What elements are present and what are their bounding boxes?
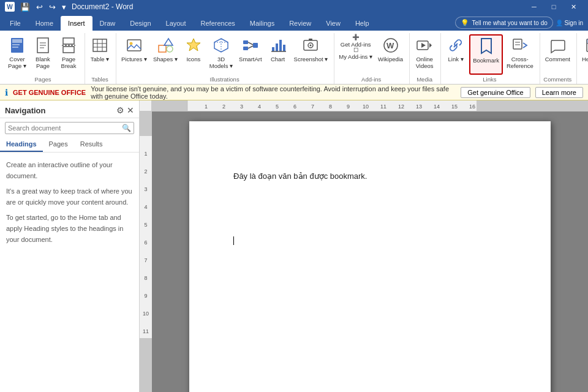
- nav-tab-headings[interactable]: Headings: [0, 138, 43, 152]
- wikipedia-icon: W: [381, 36, 401, 55]
- screenshot-button[interactable]: Screenshot ▾: [292, 34, 331, 75]
- redo-icon[interactable]: ↪: [47, 2, 58, 12]
- nav-search-icon[interactable]: 🔍: [122, 124, 131, 132]
- tab-review[interactable]: Review: [282, 16, 318, 31]
- svg-line-28: [248, 42, 253, 45]
- sign-in-button[interactable]: 👤 Sign in: [556, 20, 583, 26]
- header-label: Header ▾: [582, 56, 588, 62]
- header-button[interactable]: Header ▾: [579, 34, 588, 75]
- smartart-icon: [241, 36, 260, 55]
- tab-insert[interactable]: Insert: [61, 16, 92, 31]
- svg-rect-25: [243, 40, 248, 44]
- svg-rect-67: [477, 100, 588, 111]
- cursor-area: [233, 212, 507, 246]
- tab-help[interactable]: Help: [348, 16, 377, 31]
- chart-button[interactable]: Chart: [266, 34, 290, 75]
- online-videos-button[interactable]: OnlineVideos: [412, 34, 437, 75]
- shapes-icon: [156, 36, 175, 55]
- table-icon: [90, 36, 110, 55]
- svg-line-29: [248, 46, 253, 48]
- save-icon[interactable]: 💾: [18, 2, 32, 12]
- tab-file[interactable]: File: [2, 16, 28, 31]
- comment-button[interactable]: Comment: [543, 34, 573, 75]
- online-videos-label: OnlineVideos: [416, 56, 434, 70]
- restore-button[interactable]: □: [544, 0, 564, 13]
- nav-title: Navigation: [5, 106, 45, 115]
- svg-text:8: 8: [144, 275, 147, 281]
- cross-reference-label: Cross-Reference: [507, 56, 533, 70]
- customize-icon[interactable]: ▾: [60, 2, 68, 12]
- 3d-models-button[interactable]: 3DModels ▾: [207, 34, 235, 75]
- tab-layout[interactable]: Layout: [159, 16, 194, 31]
- nav-search-input[interactable]: [8, 124, 122, 132]
- svg-text:15: 15: [451, 104, 458, 110]
- links-group-items: Link ▾ Bookmark Cross-Reference: [443, 33, 536, 75]
- svg-rect-1: [12, 39, 22, 43]
- smartart-button[interactable]: SmartArt: [236, 34, 264, 75]
- tab-design[interactable]: Design: [123, 16, 158, 31]
- svg-marker-22: [214, 39, 228, 52]
- screenshot-label: Screenshot ▾: [294, 56, 328, 62]
- link-button[interactable]: Link ▾: [443, 34, 468, 75]
- my-addins-icon: ◻: [353, 46, 358, 53]
- get-addins-button[interactable]: ➕ Get Add-ins: [337, 34, 374, 47]
- page-break-icon: [59, 36, 78, 55]
- svg-rect-16: [127, 40, 141, 51]
- shapes-button[interactable]: Shapes ▾: [151, 34, 180, 75]
- pictures-button[interactable]: Pictures ▾: [119, 34, 149, 75]
- nav-tab-results[interactable]: Results: [74, 138, 109, 152]
- svg-rect-10: [63, 47, 74, 53]
- svg-text:6: 6: [144, 239, 147, 246]
- icons-button[interactable]: Icons: [181, 34, 206, 75]
- doc-scroll-area[interactable]: Đây là đoạn văn bản được bookmark.: [152, 111, 588, 392]
- my-addins-button[interactable]: ◻ My Add-ins ▾: [337, 47, 374, 59]
- svg-text:16: 16: [469, 104, 475, 110]
- comment-icon: [548, 36, 567, 55]
- title-bar-left: W 💾 ↩ ↪ ▾ Document2 - Word: [5, 2, 133, 12]
- sign-icon: 👤: [556, 20, 563, 26]
- page-break-label: PageBreak: [61, 56, 77, 70]
- word-icon: W: [5, 2, 15, 12]
- doc-text-content: Đây là đoạn văn bản được bookmark.: [233, 172, 367, 181]
- learn-more-button[interactable]: Learn more: [535, 87, 583, 98]
- svg-rect-44: [513, 39, 522, 49]
- close-button[interactable]: ✕: [564, 0, 583, 13]
- tell-me-bar[interactable]: 💡 Tell me what you want to do: [455, 17, 553, 29]
- ribbon-right: 💡 Tell me what you want to do 👤 Sign in: [455, 17, 588, 31]
- smartart-label: SmartArt: [239, 56, 262, 62]
- page-break-button[interactable]: PageBreak: [56, 34, 81, 75]
- link-label: Link ▾: [448, 56, 464, 62]
- table-button[interactable]: Table ▾: [88, 34, 112, 75]
- svg-marker-21: [187, 39, 200, 51]
- blank-page-button[interactable]: BlankPage: [31, 34, 55, 75]
- tab-mailings[interactable]: Mailings: [243, 16, 282, 31]
- get-genuine-button[interactable]: Get genuine Office: [461, 87, 530, 98]
- 3d-models-icon: [211, 36, 231, 55]
- ribbon-group-comments: Comment Comments: [540, 33, 577, 84]
- bookmark-button[interactable]: Bookmark: [469, 34, 503, 75]
- title-bar: W 💾 ↩ ↪ ▾ Document2 - Word ─ □ ✕: [0, 0, 588, 13]
- doc-page[interactable]: Đây là đoạn văn bản được bookmark.: [189, 121, 551, 392]
- svg-rect-66: [152, 100, 187, 111]
- nav-options-icon[interactable]: ⚙: [116, 105, 124, 115]
- pages-group-label: Pages: [5, 75, 81, 85]
- cross-reference-button[interactable]: Cross-Reference: [504, 34, 536, 75]
- wikipedia-button[interactable]: W Wikipedia: [375, 34, 405, 75]
- svg-point-38: [310, 45, 312, 47]
- svg-text:14: 14: [434, 104, 440, 110]
- undo-icon[interactable]: ↩: [34, 2, 45, 12]
- tab-home[interactable]: Home: [28, 16, 61, 31]
- tab-view[interactable]: View: [318, 16, 348, 31]
- nav-tab-pages[interactable]: Pages: [43, 138, 74, 152]
- chart-label: Chart: [271, 56, 285, 62]
- minimize-button[interactable]: ─: [524, 0, 544, 13]
- nav-close-icon[interactable]: ✕: [127, 105, 134, 115]
- cover-page-label: CoverPage ▾: [8, 56, 26, 70]
- tab-draw[interactable]: Draw: [92, 16, 123, 31]
- svg-text:4: 4: [144, 204, 147, 210]
- bookmark-label: Bookmark: [473, 57, 499, 64]
- wikipedia-label: Wikipedia: [378, 56, 403, 62]
- pictures-icon: [124, 36, 144, 55]
- tab-references[interactable]: References: [194, 16, 243, 31]
- cover-page-button[interactable]: CoverPage ▾: [5, 34, 29, 75]
